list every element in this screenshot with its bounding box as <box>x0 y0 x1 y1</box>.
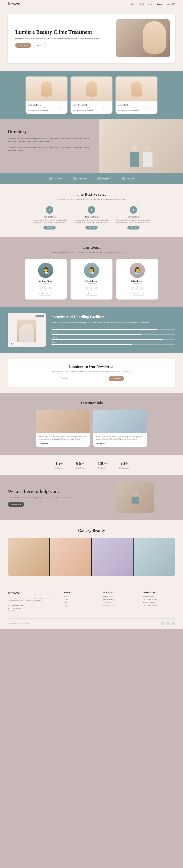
subscribe-button[interactable]: Subscribe <box>109 376 124 381</box>
footer-social-fb[interactable]: f <box>161 622 165 625</box>
hero-text: Lumière Beauty Clinic Treatment Lorem ip… <box>15 29 112 48</box>
team-ig-2[interactable]: in <box>94 286 98 290</box>
footer: Lumière Lorem ipsum dolor sit amet, cons… <box>0 583 183 629</box>
progress-bar-cleaning <box>51 329 175 331</box>
hero-image <box>116 19 170 57</box>
team-tw-1[interactable]: t <box>44 286 47 290</box>
logo-icon-3: ▲ <box>97 177 101 181</box>
service-cta-body[interactable]: Learn More <box>85 226 98 229</box>
footer-quick-subscribe[interactable]: Subscriber Today <box>103 605 136 607</box>
hero-cta-secondary[interactable]: Join Us <box>33 43 46 48</box>
security-section: Consultant 👤 Laquentem Security And Hand… <box>0 307 183 353</box>
logo-icon-4: ▲ <box>121 177 125 181</box>
treatment-desc-consult: Lorem ipsum dolor sit amet, consectetur … <box>118 107 155 112</box>
team-member-name-1: Lumièque Beauty <box>29 280 63 282</box>
hero-description: Lorem ipsum dolor sit amet, consectetur … <box>15 37 112 40</box>
team-tw-3[interactable]: t <box>136 286 139 290</box>
stat-treatments: 50+ Our Treatments <box>119 460 129 469</box>
team-ig-3[interactable]: in <box>140 286 144 290</box>
treatment-card-face: Face treatment Lorem ipsum dolor sit ame… <box>26 76 68 114</box>
we-are-here-cta[interactable]: Get in Touch <box>8 502 24 507</box>
nav-service[interactable]: Service <box>148 3 153 5</box>
team-btn-1[interactable]: Beautician <box>39 292 52 296</box>
team-fb-2[interactable]: f <box>85 286 89 290</box>
treatment-name-consult: Consultant <box>118 103 155 106</box>
team-subtitle: Lorem ipsum dolor sit amet, consectetur … <box>8 251 175 253</box>
footer-quick-clinics[interactable]: Lumière Clinics <box>103 599 136 600</box>
footer-address-text: Lumière App, Lumira <box>11 605 24 607</box>
nav-contact[interactable]: Contact Us <box>167 3 175 5</box>
doc-icon: 👤 <box>11 343 13 344</box>
doc-silhouette <box>19 323 34 342</box>
progress-label-cleaning: Cleaning <box>51 327 175 329</box>
footer-nav-about[interactable]: About <box>64 599 96 600</box>
newsletter-form: Subscribe <box>15 376 168 381</box>
story-section: Our story Lorem ipsum dolor sit amet, co… <box>0 119 183 173</box>
progress-bars: Cleaning Security Handling Staffing <box>51 327 175 345</box>
team-socials-3: f t in <box>120 286 154 290</box>
team-btn-2[interactable]: Beautician <box>85 292 98 296</box>
newsletter-card: Lumière To Our Newsletter Lorem ipsum do… <box>8 359 175 387</box>
footer-hours-title: Working Hours <box>143 591 175 593</box>
stat-customers-plus: + <box>60 460 63 466</box>
team-avatar-inner-3: 👩‍⚕️ <box>130 263 145 278</box>
footer-email: ✉ mail@lumiere.con <box>8 610 56 612</box>
service-item-body: ✦ Body treatment Lorem ipsum dolor sit a… <box>72 206 111 229</box>
service-cta-face[interactable]: Learn More <box>43 226 56 229</box>
footer-description: Lorem ipsum dolor sit amet, consectetur … <box>8 597 56 602</box>
footer-nav-home[interactable]: Home <box>64 596 96 597</box>
testimonial-card-2: Sit vitae aliqua risus elit accumsan and… <box>94 410 147 447</box>
footer-nav-work[interactable]: Work <box>64 602 96 603</box>
treatment-card-body-body: Body treatment Lorem ipsum dolor sit ame… <box>71 101 112 114</box>
team-btn-3[interactable]: Beautician <box>131 292 144 296</box>
progress-security: Security <box>51 332 175 335</box>
progress-fill-staffing <box>51 344 132 345</box>
team-fb-1[interactable]: f <box>39 286 43 290</box>
nav-pages[interactable]: Pages ▾ <box>157 3 163 5</box>
team-fb-3[interactable]: f <box>131 286 135 290</box>
hero-cta-primary[interactable]: Learn More <box>15 43 31 48</box>
team-ig-1[interactable]: in <box>48 286 52 290</box>
nav-home[interactable]: Home <box>131 3 135 5</box>
testimonial-body-2: Sit vitae aliqua risus elit accumsan and… <box>94 433 147 447</box>
footer-quick-testimonials[interactable]: Testimonials <box>103 602 136 603</box>
logo-icon-2: ▲ <box>73 177 77 181</box>
service-name-hair: Hair treatment <box>114 216 152 218</box>
stat-services-number: 140+ <box>97 460 108 466</box>
service-cta-hair[interactable]: Learn More <box>127 226 140 229</box>
navbar: Lumière Home About Service Pages ▾ Conta… <box>0 0 183 8</box>
gallery-frame <box>8 537 175 576</box>
testimonials-grid: Sit vitae aliqua risus elit accumsan and… <box>8 410 175 447</box>
gallery-title: Gallery Beauty <box>8 528 175 533</box>
treatment-card-body-face: Face treatment Lorem ipsum dolor sit ame… <box>26 101 68 114</box>
progress-fill-cleaning <box>51 329 157 331</box>
footer-quick-privacy[interactable]: Privacy Policy <box>103 596 136 597</box>
story-text-side: Our story Lorem ipsum dolor sit amet, co… <box>0 119 99 173</box>
team-card-3: 👩‍⚕️ Olivia Beauty Beautician f t in Bea… <box>116 259 158 300</box>
security-text: Security And Handling Facilities Lorem i… <box>51 315 175 345</box>
we-are-here-illustration <box>128 490 143 505</box>
stat-doctors-plus: + <box>81 460 84 466</box>
progress-fill-handling <box>51 339 163 340</box>
gallery-section: Gallery Beauty <box>0 520 183 583</box>
nav-about[interactable]: About <box>139 3 144 5</box>
email-input[interactable] <box>59 376 107 381</box>
we-are-here-image <box>95 482 175 513</box>
testimonial-text-1: Sit vitae aliqua risus elit accumsan and… <box>39 436 87 440</box>
footer-copyright: © 2023 Lumière - All Rights Reserved <box>8 622 30 624</box>
footer-hours-col: Working Hours Monday-Friday: 09.00 AM-09… <box>143 591 175 613</box>
story-people <box>99 119 183 173</box>
team-tw-2[interactable]: t <box>90 286 93 290</box>
progress-handling: Handling <box>51 337 175 340</box>
team-member-role-1: Beautician <box>29 283 63 284</box>
person-head-2 <box>145 146 151 152</box>
team-card-1: 👩‍⚕️ Lumièque Beauty Beautician f t in B… <box>25 259 67 300</box>
team-grid: 👩‍⚕️ Lumièque Beauty Beautician f t in B… <box>8 259 175 300</box>
progress-fill-security <box>51 334 141 335</box>
footer-social-tw[interactable]: t <box>166 622 170 625</box>
newsletter-description: Lorem ipsum dolor sit amet, consectetur … <box>15 370 168 372</box>
footer-nav-blog[interactable]: Blog <box>64 605 96 607</box>
email-icon: ✉ <box>8 610 9 612</box>
story-para-2: Lorem ipsum dolor sit amet, consectetur … <box>8 146 92 152</box>
footer-social-ig[interactable]: in <box>172 622 175 625</box>
